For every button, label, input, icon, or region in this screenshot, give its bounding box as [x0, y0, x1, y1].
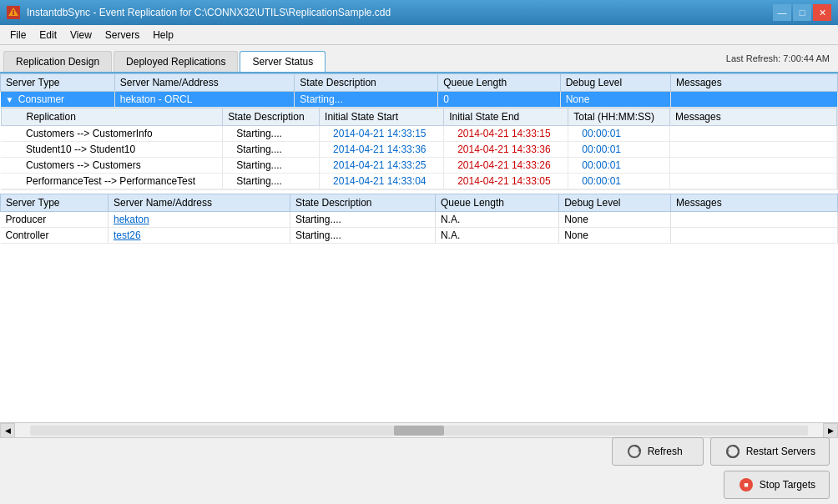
- sub-total-0: 00:00:01: [568, 126, 670, 142]
- sub-row-1[interactable]: Student10 --> Student10 Starting.... 201…: [1, 142, 837, 158]
- sub-table: Replication State Description Initial St…: [1, 108, 838, 189]
- sub-start-0: 2014-04-21 14:33:15: [320, 126, 444, 142]
- sub-table-header: Replication State Description Initial St…: [1, 108, 837, 126]
- sub-col-messages: Messages: [670, 108, 837, 126]
- scroll-area[interactable]: Server Type Server Name/Address State De…: [0, 73, 838, 422]
- scroll-left-arrow[interactable]: ◀: [0, 423, 15, 438]
- refresh-icon: [626, 443, 643, 460]
- sub-row-0[interactable]: Customers --> CustomerInfo Starting.... …: [1, 126, 837, 142]
- scroll-right-arrow[interactable]: ▶: [823, 423, 838, 438]
- restart-servers-button[interactable]: Restart Servers: [710, 437, 830, 466]
- tab-bar: Replication Design Deployed Replications…: [0, 45, 838, 73]
- sub-rep-1: Student10 --> Student10: [1, 142, 223, 158]
- sub-msg-2: [670, 158, 837, 174]
- sub-col-total: Total (HH:MM:SS): [568, 108, 670, 126]
- controller-state: Starting....: [290, 228, 436, 244]
- menu-bar: File Edit View Servers Help: [0, 25, 838, 45]
- col-server-name: Server Name/Address: [114, 74, 295, 92]
- sub-total-3: 00:00:01: [568, 174, 670, 189]
- close-button[interactable]: ✕: [813, 4, 831, 21]
- sub-table-row: Replication State Description Initial St…: [1, 108, 838, 190]
- tab-server-status[interactable]: Server Status: [240, 51, 326, 72]
- sub-rep-2: Customers --> Customers: [1, 158, 223, 174]
- sub-total-1: 00:00:01: [568, 142, 670, 158]
- svg-rect-2: [13, 12, 14, 15]
- producer-type: Producer: [1, 212, 109, 228]
- s2-col-messages: Messages: [671, 194, 838, 212]
- second-table-header: Server Type Server Name/Address State De…: [1, 194, 838, 212]
- col-server-type: Server Type: [1, 74, 115, 92]
- bottom-bar: Refresh Restart Servers ■ Stop Targets: [0, 437, 838, 504]
- sub-state-0: Starting....: [223, 126, 320, 142]
- main-content: Server Type Server Name/Address State De…: [0, 73, 838, 437]
- sub-state-1: Starting....: [223, 142, 320, 158]
- producer-queue: N.A.: [435, 212, 558, 228]
- scroll-track[interactable]: [30, 426, 808, 436]
- col-state-desc: State Description: [295, 74, 438, 92]
- controller-msg: [671, 228, 838, 244]
- bottom-row-2: ■ Stop Targets: [8, 471, 830, 499]
- refresh-button[interactable]: Refresh: [612, 437, 704, 466]
- controller-type: Controller: [1, 228, 109, 244]
- producer-name: hekaton: [108, 212, 290, 228]
- horizontal-scrollbar[interactable]: ◀ ▶: [0, 422, 838, 437]
- menu-help[interactable]: Help: [146, 28, 180, 43]
- controller-row[interactable]: Controller test26 Starting.... N.A. None: [1, 228, 838, 244]
- stop-targets-label: Stop Targets: [760, 479, 815, 491]
- stop-circle-icon: ■: [740, 478, 753, 491]
- sub-end-1: 2014-04-21 14:33:36: [444, 142, 568, 158]
- controller-debug: None: [559, 228, 671, 244]
- bottom-row-1: Refresh Restart Servers: [8, 437, 830, 466]
- menu-servers[interactable]: Servers: [98, 28, 146, 43]
- consumer-debug-cell: None: [560, 92, 670, 108]
- sub-row-3[interactable]: PerformanceTest --> PerformanceTest Star…: [1, 174, 837, 189]
- sub-start-1: 2014-04-21 14:33:36: [320, 142, 444, 158]
- tab-replication-design[interactable]: Replication Design: [3, 51, 112, 72]
- sub-row-2[interactable]: Customers --> Customers Starting.... 201…: [1, 158, 837, 174]
- scroll-thumb[interactable]: [394, 426, 444, 436]
- stop-icon: ■: [738, 476, 755, 493]
- svg-rect-3: [13, 10, 14, 12]
- col-debug-level: Debug Level: [560, 74, 670, 92]
- sub-col-replication: Replication: [1, 108, 223, 126]
- sub-col-initial-start: Initial State Start: [320, 108, 444, 126]
- menu-view[interactable]: View: [63, 28, 98, 43]
- minimize-button[interactable]: —: [773, 4, 791, 21]
- s2-col-queue-length: Queue Length: [435, 194, 558, 212]
- consumer-state-cell: Starting...: [295, 92, 438, 108]
- s2-col-server-type: Server Type: [1, 194, 109, 212]
- main-table-header: Server Type Server Name/Address State De…: [1, 74, 838, 92]
- producer-row[interactable]: Producer hekaton Starting.... N.A. None: [1, 212, 838, 228]
- producer-state: Starting....: [290, 212, 436, 228]
- menu-edit[interactable]: Edit: [33, 28, 63, 43]
- sub-table-cell: Replication State Description Initial St…: [1, 108, 838, 190]
- consumer-row[interactable]: ▼ Consumer hekaton - ORCL Starting... 0 …: [1, 92, 838, 108]
- sub-end-2: 2014-04-21 14:33:26: [444, 158, 568, 174]
- stop-targets-button[interactable]: ■ Stop Targets: [724, 471, 830, 499]
- col-messages: Messages: [671, 74, 838, 92]
- consumer-type-label: Consumer: [18, 93, 64, 105]
- menu-file[interactable]: File: [3, 28, 33, 43]
- s2-col-server-name: Server Name/Address: [108, 194, 290, 212]
- s2-col-debug-level: Debug Level: [559, 194, 671, 212]
- sub-col-initial-end: Initial State End: [444, 108, 568, 126]
- consumer-queue-cell: 0: [438, 92, 561, 108]
- sub-end-0: 2014-04-21 14:33:15: [444, 126, 568, 142]
- window-controls: — □ ✕: [773, 4, 831, 21]
- sub-rep-0: Customers --> CustomerInfo: [1, 126, 223, 142]
- sub-total-2: 00:00:01: [568, 158, 670, 174]
- sub-end-3: 2014-04-21 14:33:05: [444, 174, 568, 189]
- producer-debug: None: [559, 212, 671, 228]
- expand-icon[interactable]: ▼: [6, 95, 14, 104]
- controller-queue: N.A.: [435, 228, 558, 244]
- window-title: InstantdbSync - Event Replication for C:…: [27, 7, 391, 18]
- second-table: Server Type Server Name/Address State De…: [0, 194, 838, 244]
- controller-name: test26: [108, 228, 290, 244]
- sub-rep-3: PerformanceTest --> PerformanceTest: [1, 174, 223, 189]
- sub-table-wrapper: Replication State Description Initial St…: [1, 108, 838, 189]
- title-bar-left: InstantdbSync - Event Replication for C:…: [7, 6, 391, 19]
- restart-servers-label: Restart Servers: [746, 446, 815, 457]
- tab-deployed-replications[interactable]: Deployed Replications: [114, 51, 238, 72]
- sub-msg-3: [670, 174, 837, 189]
- maximize-button[interactable]: □: [793, 4, 811, 21]
